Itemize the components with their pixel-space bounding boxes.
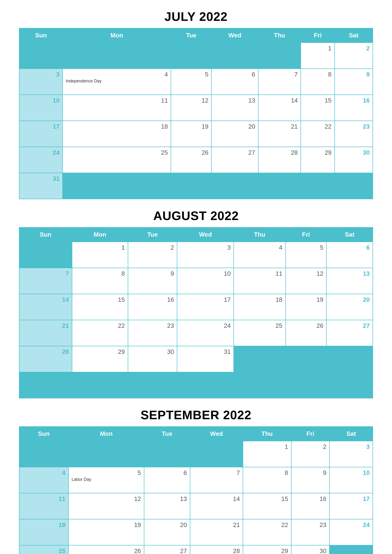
calendar-cell: 17 bbox=[19, 121, 63, 147]
day-number: 13 bbox=[329, 270, 370, 277]
header-fri: Fri bbox=[301, 28, 335, 43]
calendar-cell: 11 bbox=[63, 95, 171, 121]
calendar-cell: 22 bbox=[243, 519, 291, 545]
calendar-cell bbox=[286, 372, 327, 398]
day-number: 23 bbox=[131, 322, 174, 329]
calendar-cell: 4 bbox=[19, 467, 69, 493]
day-number: 10 bbox=[333, 469, 370, 477]
day-number: 15 bbox=[304, 97, 332, 104]
calendar-cell: 23 bbox=[128, 320, 177, 346]
calendar-cell: 9 bbox=[291, 467, 330, 493]
day-number: 7 bbox=[22, 270, 69, 277]
calendar-cell: 3 bbox=[177, 242, 234, 268]
calendar-cell: 18 bbox=[19, 519, 69, 545]
day-number: 29 bbox=[246, 547, 288, 554]
calendar-cell bbox=[286, 346, 327, 372]
day-number: 7 bbox=[193, 469, 240, 477]
calendar-cell: 16 bbox=[128, 294, 177, 320]
calendar-cell: 15 bbox=[301, 95, 335, 121]
calendar-cell: 23 bbox=[335, 121, 373, 147]
day-number: 8 bbox=[304, 71, 332, 78]
header-mon: Mon bbox=[63, 28, 171, 43]
day-number: 4 bbox=[66, 71, 168, 78]
calendar-cell: 12 bbox=[69, 493, 144, 519]
day-number: 14 bbox=[261, 97, 298, 104]
calendar-cell bbox=[177, 372, 234, 398]
day-number: 30 bbox=[338, 149, 370, 156]
header-sat: Sat bbox=[335, 28, 373, 43]
calendar-table: SunMonTueWedThuFriSat1234567891011121314… bbox=[19, 227, 373, 398]
day-number: 19 bbox=[289, 296, 323, 303]
day-number: 26 bbox=[72, 547, 141, 554]
calendar-cell: 2 bbox=[128, 242, 177, 268]
day-number: 26 bbox=[174, 149, 208, 156]
calendar-cell: 24 bbox=[177, 320, 234, 346]
day-number: 4 bbox=[237, 244, 282, 251]
day-number: 27 bbox=[147, 547, 187, 554]
day-number: 7 bbox=[261, 71, 298, 78]
day-number: 25 bbox=[66, 149, 168, 156]
calendar-cell: 21 bbox=[19, 320, 72, 346]
calendar-cell: 6 bbox=[326, 242, 373, 268]
day-number: 1 bbox=[246, 443, 288, 450]
header-sun: Sun bbox=[19, 227, 72, 242]
calendar-cell bbox=[335, 173, 373, 199]
calendar-cell: 21 bbox=[190, 519, 243, 545]
calendar-cell bbox=[326, 346, 373, 372]
calendar-cell: 13 bbox=[211, 95, 258, 121]
calendar-august-2022: AUGUST 2022SunMonTueWedThuFriSat12345678… bbox=[19, 209, 373, 398]
day-number: 5 bbox=[289, 244, 323, 251]
day-number: 1 bbox=[304, 45, 332, 52]
day-number: 23 bbox=[294, 521, 327, 529]
calendar-cell: 9 bbox=[335, 69, 373, 95]
calendar-cell: 5 bbox=[286, 242, 327, 268]
calendar-cell bbox=[144, 441, 190, 467]
calendar-cell: 24 bbox=[19, 147, 63, 173]
day-number: 12 bbox=[174, 97, 208, 104]
calendar-cell: 25 bbox=[234, 320, 285, 346]
calendar-cell: 13 bbox=[326, 268, 373, 294]
day-number: 8 bbox=[75, 270, 125, 277]
calendar-cell: 15 bbox=[243, 493, 291, 519]
day-number: 31 bbox=[180, 348, 231, 355]
day-number: 3 bbox=[333, 443, 370, 450]
calendar-cell bbox=[258, 43, 301, 69]
calendar-cell: 26 bbox=[286, 320, 327, 346]
calendar-cell: 31 bbox=[19, 173, 63, 199]
calendar-cell: 14 bbox=[190, 493, 243, 519]
calendar-cell: 7 bbox=[19, 268, 72, 294]
day-number: 8 bbox=[246, 469, 288, 477]
header-sun: Sun bbox=[19, 28, 63, 43]
calendar-cell: 18 bbox=[63, 121, 171, 147]
calendar-cell: 8 bbox=[72, 268, 128, 294]
calendar-cell: 6 bbox=[144, 467, 190, 493]
calendar-cell: 31 bbox=[177, 346, 234, 372]
day-number: 28 bbox=[22, 348, 69, 355]
calendar-cell: 1 bbox=[301, 43, 335, 69]
calendar-cell bbox=[258, 173, 301, 199]
calendar-cell: 4Independence Day bbox=[63, 69, 171, 95]
calendar-cell: 9 bbox=[128, 268, 177, 294]
calendar-cell: 16 bbox=[291, 493, 330, 519]
day-number: 15 bbox=[246, 495, 288, 503]
calendar-september-2022: SEPTEMBER 2022SunMonTueWedThuFriSat12345… bbox=[19, 408, 373, 554]
calendar-cell: 8 bbox=[243, 467, 291, 493]
calendar-cell: 27 bbox=[144, 545, 190, 554]
calendar-cell bbox=[19, 372, 72, 398]
calendar-cell: 16 bbox=[335, 95, 373, 121]
day-number: 24 bbox=[180, 322, 231, 329]
calendar-cell: 12 bbox=[286, 268, 327, 294]
day-number: 18 bbox=[66, 123, 168, 130]
day-number: 13 bbox=[215, 97, 255, 104]
calendar-july-2022: JULY 2022SunMonTueWedThuFriSat1234Indepe… bbox=[19, 9, 373, 199]
calendar-cell: 25 bbox=[19, 545, 69, 554]
calendar-cell: 29 bbox=[243, 545, 291, 554]
calendar-cell: 10 bbox=[329, 467, 373, 493]
calendar-cell: 29 bbox=[72, 346, 128, 372]
calendar-cell: 22 bbox=[301, 121, 335, 147]
calendar-cell: 13 bbox=[144, 493, 190, 519]
day-number: 16 bbox=[131, 296, 174, 303]
day-number: 27 bbox=[329, 322, 370, 329]
day-number: 9 bbox=[338, 71, 370, 78]
calendar-cell bbox=[329, 545, 373, 554]
